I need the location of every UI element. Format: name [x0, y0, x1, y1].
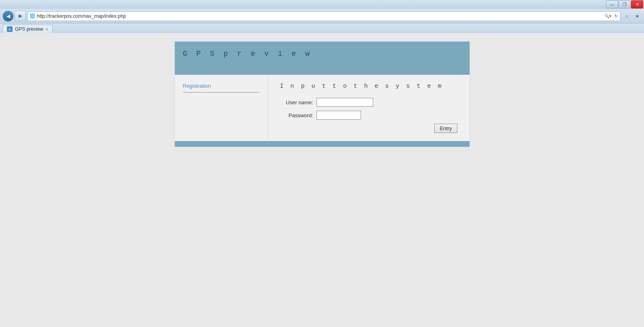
- entry-row: Entry: [280, 124, 457, 133]
- entry-button[interactable]: Entry: [434, 124, 457, 133]
- login-panel: I n p u t t o t h e s y s t e m User nam…: [268, 75, 470, 141]
- sidebar-divider: [183, 92, 259, 93]
- page-content: G P S p r e v i e w Registration I n p u…: [0, 33, 644, 327]
- search-button[interactable]: 🔍▾: [604, 14, 612, 18]
- password-row: Password:: [280, 111, 457, 120]
- panel-sidebar: Registration: [175, 75, 268, 141]
- password-label: Password:: [280, 112, 317, 118]
- registration-link[interactable]: Registration: [183, 83, 259, 89]
- system-title: I n p u t t o t h e s y s t e m: [280, 83, 457, 90]
- forward-button[interactable]: ▶: [15, 11, 26, 21]
- refresh-button[interactable]: ↻: [614, 14, 618, 18]
- password-input[interactable]: [317, 111, 361, 120]
- window-controls: — ❐ ✕: [606, 0, 643, 8]
- tab-bar: ● GPS preview ×: [0, 23, 644, 33]
- window-title-bar: — ❐ ✕: [0, 0, 644, 9]
- nav-buttons: ◀ ▶: [2, 11, 26, 22]
- username-row: User name:: [280, 98, 457, 107]
- nav-bar: ◀ ▶ 🌐 🔍▾ ↻ ⌂ ★: [0, 9, 644, 23]
- back-button[interactable]: ◀: [2, 11, 14, 22]
- minimize-button[interactable]: —: [606, 0, 618, 8]
- panel-body: Registration I n p u t t o t h e s y s t…: [175, 75, 470, 141]
- address-input[interactable]: [37, 13, 602, 19]
- favorites-button[interactable]: ★: [633, 12, 642, 21]
- address-bar-container: 🌐 🔍▾ ↻: [28, 11, 621, 21]
- home-button[interactable]: ⌂: [622, 12, 631, 21]
- tab-favicon: ●: [7, 26, 13, 32]
- active-tab[interactable]: ● GPS preview ×: [2, 25, 53, 33]
- username-label: User name:: [280, 99, 317, 105]
- panel-footer: [175, 141, 470, 147]
- close-button[interactable]: ✕: [631, 0, 643, 8]
- restore-button[interactable]: ❐: [618, 0, 631, 8]
- main-panel: G P S p r e v i e w Registration I n p u…: [174, 41, 470, 147]
- panel-title: G P S p r e v i e w: [183, 50, 461, 58]
- panel-header: G P S p r e v i e w: [175, 42, 470, 75]
- address-icon: 🌐: [30, 13, 35, 19]
- tab-title: GPS preview: [15, 26, 43, 32]
- browser-window: — ❐ ✕ ◀ ▶ 🌐 🔍▾ ↻ ⌂ ★ ● GPS preview ×: [0, 0, 644, 327]
- tab-close-button[interactable]: ×: [46, 27, 48, 32]
- username-input[interactable]: [317, 98, 373, 107]
